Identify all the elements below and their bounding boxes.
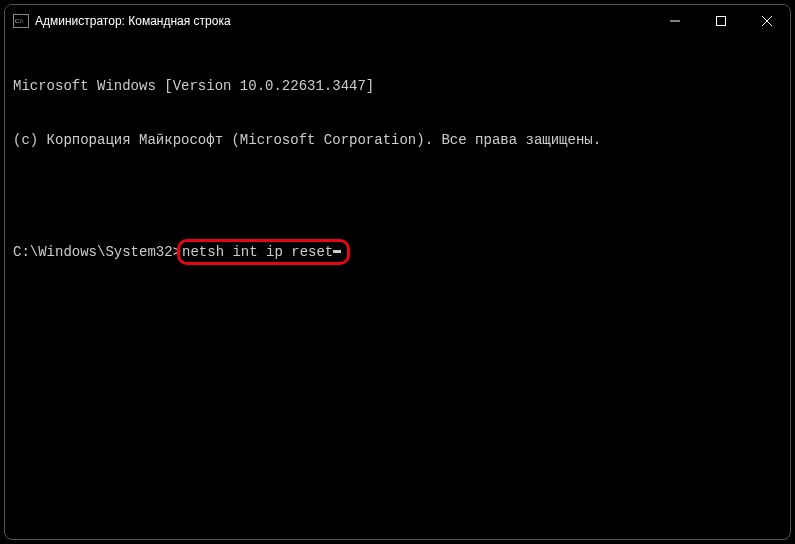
svg-rect-3 — [717, 17, 726, 26]
prompt-path: C:\Windows\System32> — [13, 243, 181, 261]
command-highlight: netsh int ip reset — [177, 239, 350, 265]
blank-line — [13, 185, 782, 203]
terminal-output[interactable]: Microsoft Windows [Version 10.0.22631.34… — [5, 37, 790, 305]
window-title: Администратор: Командная строка — [35, 14, 652, 28]
text-cursor — [333, 250, 341, 253]
command-text: netsh int ip reset — [182, 243, 333, 261]
version-line: Microsoft Windows [Version 10.0.22631.34… — [13, 77, 782, 95]
cmd-icon: C:\ — [13, 13, 29, 29]
copyright-line: (c) Корпорация Майкрософт (Microsoft Cor… — [13, 131, 782, 149]
command-prompt-window: C:\ Администратор: Командная строка Micr… — [4, 4, 791, 540]
minimize-button[interactable] — [652, 5, 698, 37]
maximize-button[interactable] — [698, 5, 744, 37]
close-button[interactable] — [744, 5, 790, 37]
prompt-line: C:\Windows\System32>netsh int ip reset — [13, 239, 782, 265]
window-controls — [652, 5, 790, 37]
window-titlebar[interactable]: C:\ Администратор: Командная строка — [5, 5, 790, 37]
svg-text:C:\: C:\ — [15, 17, 24, 25]
